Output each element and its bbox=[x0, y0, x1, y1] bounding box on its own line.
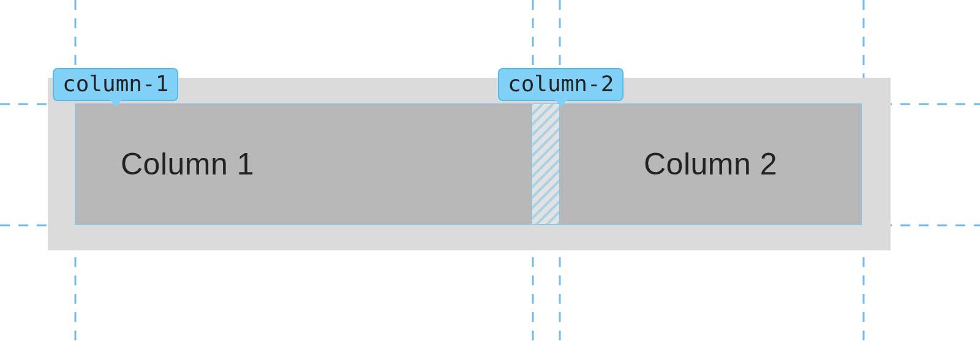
column-content-label: Column 2 bbox=[644, 146, 777, 182]
grid-container: column-1 column-2 Column 1 Column 2 bbox=[48, 78, 891, 250]
track-label-text: column-2 bbox=[508, 71, 614, 96]
grid-tracks: column-1 column-2 Column 1 Column 2 bbox=[75, 103, 864, 225]
track-label-badge-1: column-1 bbox=[53, 68, 178, 101]
grid-gap bbox=[532, 103, 559, 225]
grid-column-2: Column 2 bbox=[559, 103, 862, 225]
grid-column-1: Column 1 bbox=[75, 103, 532, 225]
track-label-text: column-1 bbox=[62, 71, 168, 96]
column-content-label: Column 1 bbox=[121, 146, 254, 182]
track-label-badge-2: column-2 bbox=[498, 68, 624, 101]
